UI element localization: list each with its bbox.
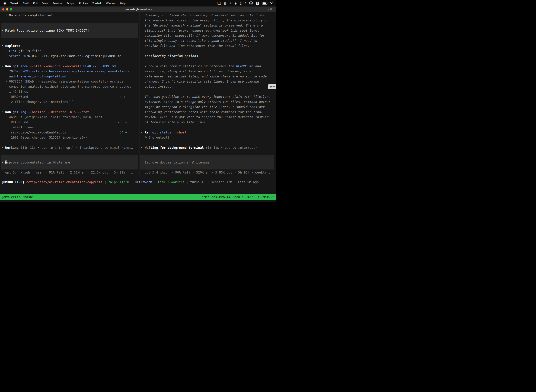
reasoning-line: I could cite commit statistics or refere…	[141, 64, 276, 69]
text-segment: •	[1, 146, 5, 149]
terminal-line	[1, 104, 139, 109]
diffstat-line: README.md | 280 +	[1, 120, 139, 125]
text-segment: git show	[13, 64, 30, 68]
terminal-line	[1, 38, 139, 43]
reasoning-line: The team guideline is to back every impo…	[141, 94, 276, 99]
right-terminal-pane[interactable]: However, I noticed the "Directory Struct…	[139, 12, 276, 177]
menu-toolbelt[interactable]: Toolbelt	[90, 2, 104, 5]
dark-app-icon[interactable]: ◉	[234, 2, 237, 5]
menubar-items: iTerm2ShellEditViewSessionScriptsProfile…	[7, 2, 128, 5]
banner-text: › Ralph loop active continue [OMX_TMUX_I…	[1, 28, 89, 33]
battery-icon[interactable]	[262, 2, 267, 5]
working-status-line: • Working (11m 13s • esc to interrupt) ·…	[1, 145, 139, 150]
text-segment: ultrawork	[135, 180, 152, 184]
text-segment: slight risk that future readers may over…	[141, 29, 259, 32]
reasoning-line: provide file and line references from th…	[141, 43, 276, 48]
text-segment: --stat --oneline --decorate	[30, 64, 83, 68]
text-segment: └ 4b9d30f (origin/main, instructkr/main,…	[1, 115, 102, 119]
menu-view[interactable]: View	[40, 2, 50, 5]
reasoning-line: output instead.	[141, 84, 276, 89]
prompt-input[interactable]: › Improve documentation in @filename	[1, 155, 138, 169]
window-titlebar[interactable]: omx --xhigh --madmax ⌥⌘1	[0, 6, 276, 12]
menu-shell[interactable]: Shell	[20, 2, 31, 5]
text-segment: changes, I can't cite specific file line…	[141, 79, 259, 83]
reasoning-line: references need actual files, and since …	[141, 74, 276, 79]
text-segment: 2 files changed, 92 insertions(+)	[1, 100, 74, 104]
menu-scripts[interactable]: Scripts	[64, 2, 77, 5]
prompt-input-text: › Improve documentation in @filename	[141, 160, 210, 165]
text-segment: the source tree, missing the essay. Stil…	[141, 19, 268, 22]
text-segment: |	[152, 180, 158, 184]
grid-app-icon[interactable]: ▦	[224, 2, 226, 5]
command-arg-line: and-the-erosion-of-copyleft.md	[1, 74, 139, 79]
text-segment: the "Related research writing" section i…	[141, 23, 263, 27]
text-segment: references need actual files, and since …	[141, 75, 267, 78]
text-segment: output instead.	[141, 85, 173, 88]
text-segment: +	[125, 120, 127, 124]
text-segment: └ 067f154 (HEAD -> essay/ai-reimplementa…	[1, 79, 124, 83]
text-segment: git ls-files	[19, 49, 42, 53]
text-segment: src/voice/voiceModeEnabled.ts | 54	[1, 131, 125, 134]
text-segment: |	[129, 180, 135, 184]
battery-gauge-icon[interactable]: .61	[249, 1, 253, 5]
text-segment: Ralph loop active continue [OMX_TMUX_INJ…	[5, 29, 89, 32]
menu-help[interactable]: Help	[118, 2, 128, 5]
text-segment: •	[1, 64, 5, 68]
prompt-input[interactable]: › Improve documentation in @filename	[140, 155, 274, 169]
reasoning-line: the "Related research writing" section i…	[141, 23, 276, 28]
text-segment: … +2 lines	[1, 90, 28, 93]
text-segment: --oneline --decorate -n 5 --stat	[28, 110, 89, 114]
text-segment: companion file, especially if more comme…	[141, 34, 265, 37]
menu-edit[interactable]: Edit	[31, 2, 40, 5]
menu-session[interactable]: Session	[50, 2, 64, 5]
text-segment: ›	[1, 160, 5, 164]
text-segment: and	[253, 64, 261, 68]
menu-profiles[interactable]: Profiles	[77, 2, 90, 5]
reasoning-line: including verification notes with those …	[141, 109, 276, 115]
tmux-session-window: [omx-cczip0:bash*	[1, 194, 34, 200]
screen-recording-icon[interactable]	[218, 2, 221, 5]
text-segment: ›	[141, 160, 145, 164]
reasoning-line: the source tree, missing the essay. Stil…	[141, 18, 276, 23]
command-output-line: └ 067f154 (HEAD -> essay/ai-reimplementa…	[1, 79, 139, 84]
wifi-icon[interactable]	[270, 2, 273, 5]
terminal-line	[141, 150, 276, 155]
text-segment: ralph:11/20	[108, 180, 129, 184]
ran-git-log-line: • Ran git log --oneline --decorate -n 5 …	[1, 109, 139, 115]
diffstat-line: README.md | 4 +	[1, 94, 139, 99]
text-segment: Explored	[5, 44, 21, 48]
menu-iterm2[interactable]: iTerm2	[7, 2, 20, 5]
blue-app-icon[interactable]: ✳	[229, 2, 232, 5]
text-segment: essay file, along with finding root file…	[141, 69, 251, 73]
dots-grid-icon[interactable]: ⣿	[240, 2, 242, 5]
text-segment: and-the-erosion-of-copyleft.md	[1, 75, 66, 78]
diffstat-line: src/voice/voiceModeEnabled.ts | 54 +	[1, 130, 139, 135]
reasoning-line: of focusing solely on file lines.	[141, 120, 276, 125]
text-segment: --short	[173, 131, 187, 134]
ran-git-show-line: • Ran git show --stat --oneline --decora…	[1, 64, 139, 69]
command-output-line: └ 4b9d30f (origin/main, instructkr/main,…	[1, 115, 139, 120]
terminal-line	[1, 140, 139, 145]
text-segment: … +1901 lines	[1, 125, 34, 129]
key-8-icon[interactable]: 8	[245, 2, 246, 5]
reasoning-heading-line: Considering citation options	[141, 53, 276, 58]
agents-completed-line: └ No agents completed yet	[1, 13, 139, 18]
waiting-status-line: • Waiting for background terminal (1m 41…	[141, 145, 276, 150]
text-segment: gpt-5.4 xhigh · 96% left · 520K in · 5.8…	[141, 171, 270, 174]
tool-call-line: └ List git ls-files	[1, 48, 139, 53]
menubar-status-icons: ▦ ✳ ◉ ⣿ 8 .61 A	[218, 1, 273, 5]
window-shortcut-label: ⌥⌘1	[267, 6, 274, 12]
ran-git-status-line: • Ran git status --short	[141, 130, 276, 135]
text-segment: ›	[1, 29, 5, 32]
apple-menu-icon[interactable]	[4, 2, 6, 5]
text-segment: | turns:10 | session:12m | last:5m ago	[184, 180, 259, 184]
text-segment: README.md | 4	[1, 95, 124, 98]
notification-peek[interactable]: Scre	[268, 84, 276, 89]
left-terminal-pane[interactable]: └ No agents completed yet› Ralph loop ac…	[0, 12, 139, 177]
text-segment: +	[124, 95, 125, 98]
input-source-icon[interactable]: A	[256, 2, 259, 5]
text-segment: gpt-5.4 xhigh · main · 91% left · 2.31M …	[1, 171, 133, 174]
menu-window[interactable]: Window	[104, 2, 118, 5]
text-segment: List	[9, 49, 19, 53]
terminal-line	[141, 48, 276, 53]
